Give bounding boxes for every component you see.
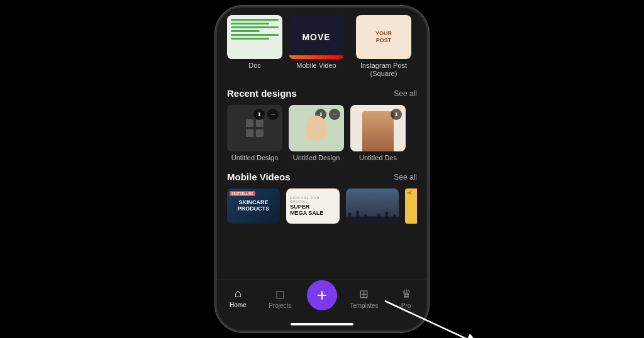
design-card-2[interactable]: ⬇ ··· Untitled Design <box>289 105 344 161</box>
projects-label: Projects <box>269 302 291 309</box>
instagram-text: YOURPOST <box>375 30 392 44</box>
skincare-text: SKINCAREPRODUCTS <box>238 200 270 212</box>
nav-templates[interactable]: ⊞ Templates <box>348 287 380 309</box>
move-bar <box>289 55 344 59</box>
recent-designs-title: Recent designs <box>227 88 297 99</box>
doc-line <box>231 19 279 21</box>
mobile-video-label: Mobile Video <box>296 62 336 70</box>
instagram-thumbnail: YOURPOST <box>356 15 411 59</box>
instagram-label: Instagram Post (Square) <box>350 62 417 78</box>
nav-projects[interactable]: ◻ Projects <box>264 287 296 309</box>
more-btn-2[interactable]: ··· <box>329 109 340 120</box>
design-thumb-3: ⬇ <box>350 105 406 151</box>
grid-cell <box>246 119 253 127</box>
home-label: Home <box>230 302 247 308</box>
templates-label: Templates <box>350 302 379 309</box>
move-text: MOVE <box>302 32 330 42</box>
mobile-videos-header: Mobile Videos See all <box>227 172 417 182</box>
phone-screen: Doc MOVE Mobile Video YOURPOST Inst <box>217 8 427 330</box>
bestselling-badge: BESTSELLING <box>230 191 255 196</box>
mega-sale-sub: EXPLORE OUR SPECIAL <box>290 196 336 204</box>
nav-home[interactable]: ⌂ Home <box>222 287 253 308</box>
mobile-videos-see-all[interactable]: See all <box>394 173 417 182</box>
portrait-figure <box>362 111 394 151</box>
design-label-2: Untitled Design <box>293 154 340 161</box>
recent-designs-header: Recent designs See all <box>227 88 417 99</box>
mobile-video-thumbnail: MOVE <box>289 15 344 59</box>
partial-text: Y <box>405 188 414 197</box>
doc-line <box>231 23 269 25</box>
recent-designs-row: ⬇ ··· <box>227 105 417 161</box>
doc-label: Doc <box>248 62 261 70</box>
grid-cell <box>256 129 264 137</box>
grid-cell <box>256 119 264 127</box>
city-video-thumb[interactable] <box>346 188 399 224</box>
mega-sale-text: SUPERMEGA SALE <box>290 204 323 217</box>
nav-pro[interactable]: ♛ Pro <box>391 287 422 309</box>
doc-thumb-item[interactable]: Doc <box>227 15 282 78</box>
skincare-video-thumb[interactable]: BESTSELLING SKINCAREPRODUCTS <box>227 188 280 224</box>
nav-add[interactable]: + <box>306 285 338 310</box>
download-btn-3[interactable]: ⬇ <box>391 109 402 120</box>
design-label-3: Untitled Des <box>359 154 397 161</box>
screen-content: Doc MOVE Mobile Video YOURPOST Inst <box>217 8 427 280</box>
design-thumb-2: ⬇ ··· <box>289 105 344 151</box>
mobile-videos-row: BESTSELLING SKINCAREPRODUCTS EXPLORE OUR… <box>227 188 417 224</box>
pro-icon: ♛ <box>401 287 411 301</box>
bottom-nav: ⌂ Home ◻ Projects + ⊞ Templates ♛ Pro <box>217 280 427 320</box>
design-label-1: Untitled Design <box>231 154 279 161</box>
add-button[interactable]: + <box>307 280 337 310</box>
doc-line <box>231 34 279 36</box>
grid-cell <box>246 129 253 137</box>
doc-line <box>231 26 279 28</box>
design-actions-1: ⬇ ··· <box>253 109 279 120</box>
phone-wrapper: Doc MOVE Mobile Video YOURPOST Inst <box>215 6 429 332</box>
download-btn-1[interactable]: ⬇ <box>253 109 265 120</box>
design-card-1[interactable]: ⬇ ··· <box>227 105 282 161</box>
recent-designs-see-all[interactable]: See all <box>394 89 417 98</box>
phone-frame: Doc MOVE Mobile Video YOURPOST Inst <box>215 6 429 332</box>
home-indicator <box>291 323 353 325</box>
mega-sale-video-thumb[interactable]: EXPLORE OUR SPECIAL SUPERMEGA SALE <box>286 188 340 224</box>
grid-icon <box>246 119 264 137</box>
top-thumbnails: Doc MOVE Mobile Video YOURPOST Inst <box>227 13 417 78</box>
pro-label: Pro <box>401 302 411 309</box>
doc-line <box>231 38 269 40</box>
projects-icon: ◻ <box>275 287 285 301</box>
design-card-3[interactable]: ⬇ Untitled Des <box>350 105 406 161</box>
mobile-video-thumb-item[interactable]: MOVE Mobile Video <box>289 15 344 78</box>
home-icon: ⌂ <box>235 287 242 300</box>
mobile-videos-title: Mobile Videos <box>227 172 291 182</box>
doc-thumbnail <box>227 15 282 59</box>
baby-figure <box>305 116 328 141</box>
city-skyline <box>346 205 399 224</box>
partial-video-thumb[interactable]: Y <box>405 188 417 224</box>
instagram-thumb-item[interactable]: YOURPOST Instagram Post (Square) <box>350 15 417 78</box>
templates-icon: ⊞ <box>359 287 369 301</box>
design-thumb-1: ⬇ ··· <box>227 105 282 151</box>
design-actions-3: ⬇ <box>391 109 402 120</box>
more-btn-1[interactable]: ··· <box>267 109 279 120</box>
doc-line <box>231 30 260 32</box>
